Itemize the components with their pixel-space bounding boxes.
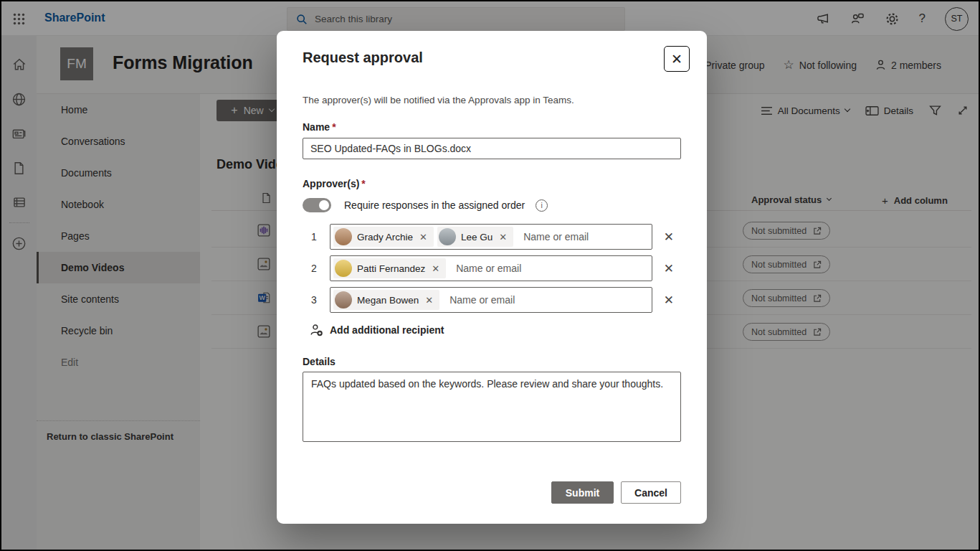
chip-remove-icon[interactable]: ✕ <box>424 295 434 306</box>
remove-row-button[interactable]: ✕ <box>660 291 678 309</box>
toggle-knob <box>319 200 329 210</box>
person-chip[interactable]: Megan Bowen ✕ <box>333 290 439 310</box>
row-order-number: 2 <box>311 263 330 274</box>
request-approval-dialog: Request approval ✕ The approver(s) will … <box>277 31 707 524</box>
submit-button[interactable]: Submit <box>551 481 614 504</box>
add-recipient-button[interactable]: Add additional recipient <box>310 324 444 336</box>
approver-row-3: 3 Megan Bowen ✕ Name or email ✕ <box>303 287 681 313</box>
chip-remove-icon[interactable]: ✕ <box>418 232 429 242</box>
dialog-title: Request approval <box>303 50 681 66</box>
dialog-footer: Submit Cancel <box>303 481 681 504</box>
approver-row-1: 1 Grady Archie ✕ Lee Gu ✕ Name or email … <box>303 224 681 250</box>
toggle-label: Require responses in the assigned order <box>344 199 525 211</box>
row-order-number: 3 <box>311 294 330 306</box>
people-picker-1[interactable]: Grady Archie ✕ Lee Gu ✕ Name or email <box>330 224 652 250</box>
approvers-label: Approver(s)* <box>303 178 681 189</box>
required-asterisk: * <box>361 178 365 189</box>
cancel-button[interactable]: Cancel <box>621 481 681 504</box>
person-chip[interactable]: Lee Gu ✕ <box>437 227 513 247</box>
approver-rows: 1 Grady Archie ✕ Lee Gu ✕ Name or email … <box>303 224 681 313</box>
picker-placeholder: Name or email <box>523 231 589 242</box>
close-icon: ✕ <box>671 52 682 66</box>
picker-placeholder: Name or email <box>456 263 521 274</box>
name-label: Name* <box>303 121 681 133</box>
people-picker-2[interactable]: Patti Fernandez ✕ Name or email <box>330 255 652 281</box>
details-textarea[interactable]: FAQs updated based on the keywords. Plea… <box>303 372 681 442</box>
avatar <box>335 228 352 245</box>
chip-remove-icon[interactable]: ✕ <box>430 263 441 274</box>
picker-placeholder: Name or email <box>449 294 515 306</box>
required-asterisk: * <box>332 121 336 133</box>
people-picker-3[interactable]: Megan Bowen ✕ Name or email <box>330 287 652 313</box>
avatar <box>335 260 352 277</box>
chip-name: Patti Fernandez <box>357 263 425 274</box>
chip-remove-icon[interactable]: ✕ <box>498 232 508 242</box>
notice-text: The approver(s) will be notified via the… <box>303 95 681 105</box>
order-toggle-row: Require responses in the assigned order … <box>303 198 681 212</box>
person-add-icon <box>310 324 323 336</box>
chip-name: Megan Bowen <box>357 295 419 306</box>
sharepoint-window: SharePoint <box>0 0 980 551</box>
row-order-number: 1 <box>311 231 330 242</box>
person-chip[interactable]: Grady Archie ✕ <box>333 227 434 247</box>
person-chip[interactable]: Patti Fernandez ✕ <box>333 258 446 278</box>
chip-name: Grady Archie <box>357 232 413 242</box>
info-icon[interactable]: i <box>536 199 548 212</box>
chip-name: Lee Gu <box>461 232 493 242</box>
close-button[interactable]: ✕ <box>664 46 690 72</box>
details-label: Details <box>303 356 681 367</box>
avatar <box>335 291 352 309</box>
approver-row-2: 2 Patti Fernandez ✕ Name or email ✕ <box>303 255 681 281</box>
remove-row-button[interactable]: ✕ <box>660 260 678 278</box>
remove-row-button[interactable]: ✕ <box>660 228 678 246</box>
avatar <box>439 228 456 245</box>
name-input[interactable] <box>303 138 681 159</box>
require-order-toggle[interactable] <box>303 198 331 212</box>
